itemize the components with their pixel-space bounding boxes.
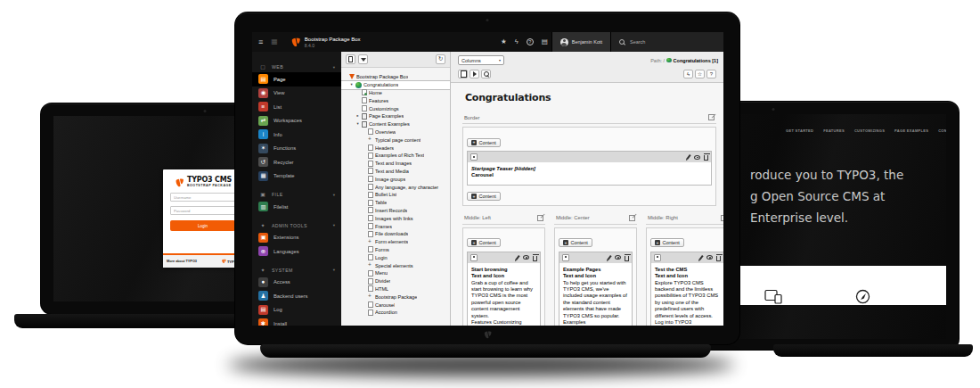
tree-node[interactable]: HTML [341, 285, 450, 293]
module-menu-row[interactable]: ▣ ▣ FILE ▾ [252, 189, 341, 200]
tree-node[interactable]: Form elements [341, 238, 450, 246]
module-menu-row[interactable]: ▢ ▢ WEB ▾ [252, 62, 341, 72]
bookmark-button[interactable]: ☆ [695, 70, 705, 78]
edit-icon[interactable] [698, 255, 703, 260]
view-webpage-button[interactable] [470, 70, 479, 78]
new-content-button[interactable]: Content [650, 238, 684, 247]
tree-node[interactable]: Menu [341, 269, 450, 277]
new-page-button[interactable] [346, 54, 355, 64]
edit-column-icon[interactable] [629, 215, 635, 221]
search-button[interactable] [481, 70, 491, 78]
clear-cache-icon[interactable]: ϟ [515, 38, 519, 45]
content-element[interactable]: Test the CMS Text and Icon Explore TYPO3… [650, 252, 723, 326]
tree-node[interactable]: Text and Media [341, 168, 450, 176]
bookmark-icon[interactable]: ★ [501, 38, 507, 45]
nav-item[interactable]: GET STARTED [786, 128, 813, 133]
content-element[interactable]: Startpage Teaser [Hidden] Carousel [467, 151, 712, 186]
delete-icon[interactable] [533, 256, 537, 261]
nav-item[interactable]: CUSTOMIZINGS [854, 128, 885, 133]
tree-node[interactable]: Features [341, 96, 450, 104]
tree-node[interactable]: Congratulations [341, 81, 450, 89]
tree-node[interactable]: Home [341, 89, 450, 97]
tree-node[interactable]: File downloads [341, 230, 450, 238]
tree-node[interactable]: Login [341, 253, 450, 261]
edit-column-icon[interactable] [721, 215, 723, 221]
delete-icon[interactable] [625, 256, 629, 261]
module-menu-row[interactable]: ♟ ♟ Backend users ▾ [252, 289, 341, 303]
element-links[interactable]: Features Customizing [471, 319, 536, 326]
visibility-icon[interactable] [523, 255, 529, 260]
search-bar[interactable]: Search [611, 32, 723, 52]
tree-node[interactable]: Frames [341, 222, 450, 230]
delete-icon[interactable] [704, 155, 708, 161]
delete-icon[interactable] [716, 256, 721, 261]
user-menu[interactable]: Benjamin Kott [551, 32, 611, 52]
site-brand[interactable]: Bootstrap Package Box 8.4.0 [290, 37, 361, 48]
tree-node[interactable]: Table [341, 199, 450, 207]
tree-node[interactable]: Forms [341, 246, 450, 254]
module-menu-row[interactable]: ≡ ≡ List ▾ [252, 100, 341, 114]
apps-icon[interactable]: ▦ [271, 38, 278, 45]
refresh-button[interactable]: ↻ [436, 54, 445, 64]
tree-node[interactable]: Bullet List [341, 191, 450, 199]
tree-node[interactable]: Bootstrap Package [341, 293, 450, 301]
help-button[interactable]: ? [706, 70, 716, 78]
tree-node[interactable]: Overview [341, 128, 450, 136]
tree-node[interactable]: Divider [341, 277, 450, 285]
module-menu-row[interactable]: ▤ ▤ Log ▾ [252, 303, 341, 318]
module-menu-row[interactable]: ▥ ▥ Filelist ▾ [252, 200, 341, 214]
tree-node[interactable]: Any language, any character [341, 183, 450, 191]
tree-node[interactable]: Text and Images [341, 160, 450, 168]
tree-node[interactable]: Insert Records [341, 207, 450, 215]
login-button[interactable]: Login [170, 220, 235, 231]
module-menu-row[interactable]: i i Info ▾ [252, 128, 341, 142]
username-field[interactable] [170, 193, 235, 202]
tree-expander-icon[interactable] [355, 114, 360, 118]
tree-node[interactable]: Headers [341, 144, 450, 152]
tree-node[interactable]: Page Examples [341, 112, 450, 120]
tree-node[interactable]: Bootstrap Package Box [341, 73, 450, 81]
visibility-icon[interactable] [694, 155, 700, 160]
content-element[interactable]: Start browsing Text and Icon Grab a cup … [467, 252, 541, 326]
element-links[interactable]: Log into TYPO3 [655, 319, 720, 326]
module-menu-row[interactable]: ● ● Access ▾ [252, 276, 341, 290]
module-menu-row[interactable]: ✱ ✱ Install ▾ [252, 317, 341, 326]
nav-item[interactable]: CONTENT EXAMPLES [938, 128, 946, 133]
tree-node[interactable]: Images with links [341, 214, 450, 222]
tree-node[interactable]: Accordion [341, 309, 450, 317]
password-field[interactable] [170, 206, 235, 215]
columns-select[interactable]: Columns ▾ [458, 55, 504, 65]
tree-node[interactable]: Special elements [341, 261, 450, 269]
module-menu-row[interactable]: ✦ ✦ SYSTEM ▾ [252, 265, 341, 276]
module-menu-row[interactable]: ⇄ ⇄ Workspaces ▾ [252, 114, 341, 128]
module-menu-row[interactable]: ◉ ◉ View ▾ [252, 87, 341, 101]
tree-node[interactable]: Examples of Rich Text [341, 152, 450, 160]
module-menu-row[interactable]: ▣ ▣ Extensions ▾ [252, 231, 341, 245]
tree-node[interactable]: Typical page content [341, 136, 450, 144]
new-content-button[interactable]: Content [467, 238, 501, 247]
clipboard-button[interactable] [458, 70, 468, 78]
new-content-button[interactable]: Content [559, 238, 592, 247]
tree-node[interactable]: Image groups [341, 175, 450, 183]
edit-column-icon[interactable] [708, 114, 715, 120]
opened-docs-icon[interactable]: ▤ [542, 38, 548, 45]
module-menu-row[interactable]: ▤ ▤ Page ▾ [252, 72, 341, 87]
edit-icon[interactable] [607, 255, 611, 260]
visibility-icon[interactable] [615, 255, 621, 260]
new-content-button[interactable]: Content [467, 138, 501, 147]
edit-icon[interactable] [686, 154, 690, 160]
tree-expander-icon[interactable] [355, 122, 360, 126]
visibility-icon[interactable] [706, 255, 713, 260]
help-icon[interactable]: ? [527, 38, 534, 45]
module-menu-row[interactable]: ✶ ✶ Functions ▾ [252, 142, 341, 156]
module-menu-row[interactable]: ↺ ↺ Recycler ▾ [252, 155, 341, 169]
edit-icon[interactable] [515, 255, 519, 260]
nav-item[interactable]: PAGE EXAMPLES [894, 128, 928, 133]
tree-node[interactable]: Carousel [341, 301, 450, 309]
tree-node[interactable]: Content Examples [341, 120, 450, 128]
edit-column-icon[interactable] [537, 215, 543, 221]
module-menu-row[interactable]: ✦ ✦ ADMIN TOOLS ▾ [252, 220, 341, 231]
cache-button[interactable]: ϟ [683, 70, 693, 78]
more-about-link[interactable]: More about TYPO3 [167, 260, 197, 263]
nav-item[interactable]: FEATURES [823, 128, 845, 133]
